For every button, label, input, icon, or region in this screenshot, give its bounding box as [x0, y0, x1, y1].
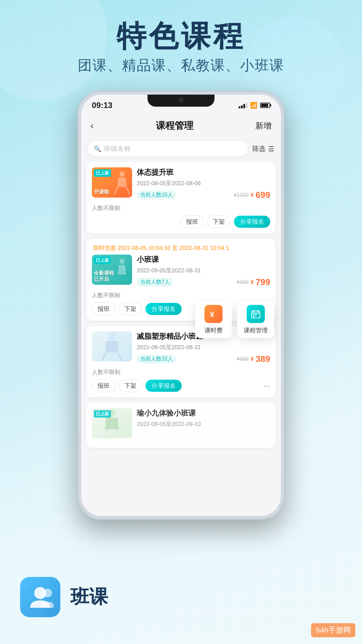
- float-item-lesson-fee[interactable]: ¥ 课时费: [195, 301, 232, 338]
- search-icon: 🔍: [94, 145, 101, 153]
- course-title-2: 小班课: [137, 255, 270, 265]
- badge-on-shelf-1: 已上架: [94, 169, 111, 177]
- battery-icon: [260, 103, 270, 108]
- course-info-2: 小班课 2022-08-05至2022-08-31 当前人数7人 ¥888 ¥ …: [137, 255, 270, 287]
- svg-point-13: [43, 589, 52, 597]
- enroll-button-1[interactable]: 报班: [180, 215, 204, 228]
- phone-frame: 09:13 📶 ‹ 课程管理 新增: [77, 91, 285, 520]
- enroll-button-3[interactable]: 报班: [92, 379, 115, 392]
- enroll-button-2[interactable]: 报班: [92, 303, 115, 315]
- price-original-1: ¥1000: [234, 192, 249, 198]
- course-info-4: 瑜小九体验小班课 2022-08-05至2022-09-10: [137, 408, 270, 438]
- price-original-3: ¥688: [237, 356, 249, 362]
- svg-rect-11: [253, 316, 254, 317]
- price-current-2: 799: [256, 277, 270, 287]
- back-button[interactable]: ‹: [90, 120, 94, 131]
- share-button-2[interactable]: 分享报名: [145, 303, 182, 315]
- float-item-course-manage[interactable]: 课程管理: [237, 301, 274, 338]
- status-time: 09:13: [92, 101, 112, 110]
- search-box[interactable]: 🔍 班级名称: [88, 141, 248, 157]
- course-title-4: 瑜小九体验小班课: [137, 408, 270, 418]
- promo-text-2: 限时优惠 2022-08-05 10:04:10 至 2022-08-31 10…: [92, 244, 270, 252]
- course-manage-label: 课程管理: [244, 326, 268, 334]
- bottom-label: 班课: [70, 584, 108, 610]
- course-image-4: 已上架: [92, 408, 132, 438]
- price-current-3: 389: [256, 354, 270, 364]
- price-original-2: ¥888: [237, 279, 249, 285]
- delist-button-3[interactable]: 下架: [119, 379, 142, 392]
- avatar-icon: [20, 577, 60, 617]
- course-info-1: 体态提升班 2022-08-05至2022-08-06 当前人数15人 ¥100…: [137, 167, 270, 200]
- add-button[interactable]: 新增: [255, 120, 272, 131]
- badge-text-2: 全新课程 已开启: [94, 270, 114, 282]
- filter-button[interactable]: 筛选 ☰: [252, 144, 274, 153]
- watermark: 54h手游网: [311, 623, 355, 637]
- phone-notch: [147, 95, 215, 107]
- current-people-2: 当前人数7人: [137, 278, 173, 287]
- course-card-1: 已上架 开课啦: [86, 162, 276, 233]
- svg-rect-10: [255, 314, 256, 316]
- float-menu: ¥ 课时费: [195, 301, 274, 338]
- wifi-icon: 📶: [250, 102, 257, 109]
- delist-button-2[interactable]: 下架: [119, 303, 142, 315]
- bottom-section: 班课: [0, 577, 362, 617]
- share-button-3[interactable]: 分享报名: [145, 380, 182, 392]
- people-limit-3: 人数不限制: [92, 368, 120, 376]
- svg-rect-9: [253, 314, 254, 316]
- course-image-3: [92, 331, 132, 362]
- course-title-1: 体态提升班: [137, 167, 270, 177]
- calendar-icon: [247, 305, 265, 323]
- course-date-3: 2022-08-05至2022-08-31: [137, 343, 270, 351]
- people-limit-2: 人数不限制: [92, 291, 120, 299]
- more-menu-3[interactable]: ···: [263, 381, 270, 390]
- nav-title: 课程管理: [156, 119, 193, 132]
- yuan-sign-icon: ¥: [204, 305, 223, 323]
- svg-point-1: [119, 259, 125, 264]
- course-image-2: 已上架 全新课程 已开启: [92, 255, 132, 285]
- svg-point-2: [108, 332, 116, 340]
- course-date-1: 2022-08-05至2022-08-06: [137, 179, 270, 187]
- badge-text-1: 开课啦: [94, 189, 109, 195]
- search-placeholder-text: 班级名称: [104, 144, 131, 153]
- course-image-1: 已上架 开课啦: [92, 167, 132, 198]
- course-date-4: 2022-08-05至2022-09-10: [137, 420, 270, 428]
- page-main-title: 特色课程: [0, 20, 362, 53]
- search-area: 🔍 班级名称 筛选 ☰: [81, 138, 281, 162]
- page-subtitle: 团课、精品课、私教课、小班课: [0, 56, 362, 75]
- course-card-4: 已上架 瑜小九体验小班课 2022-08-05至2022-09-10: [86, 403, 276, 448]
- filter-label: 筛选: [252, 144, 265, 153]
- price-current-1: 699: [256, 190, 270, 200]
- badge-on-shelf-4: 已上架: [94, 410, 111, 418]
- people-limit-1: 人数不限制: [92, 204, 120, 212]
- svg-text:¥: ¥: [210, 310, 215, 319]
- delist-button-1[interactable]: 下架: [207, 215, 231, 228]
- lesson-fee-label: 课时费: [204, 326, 223, 334]
- app-content: ‹ 课程管理 新增 🔍 班级名称 筛选 ☰: [81, 113, 281, 516]
- current-people-3: 当前人数32人: [137, 355, 176, 364]
- signal-icon: [239, 103, 247, 108]
- camera: [179, 98, 183, 103]
- sort-icon: ☰: [268, 145, 274, 153]
- course-date-2: 2022-08-05至2022-08-31: [137, 267, 270, 274]
- badge-on-shelf-2: 已上架: [94, 257, 111, 264]
- svg-point-0: [119, 171, 125, 177]
- current-people-1: 当前人数15人: [137, 191, 176, 200]
- nav-bar: ‹ 课程管理 新增: [81, 113, 281, 138]
- share-button-1[interactable]: 分享报名: [234, 216, 270, 228]
